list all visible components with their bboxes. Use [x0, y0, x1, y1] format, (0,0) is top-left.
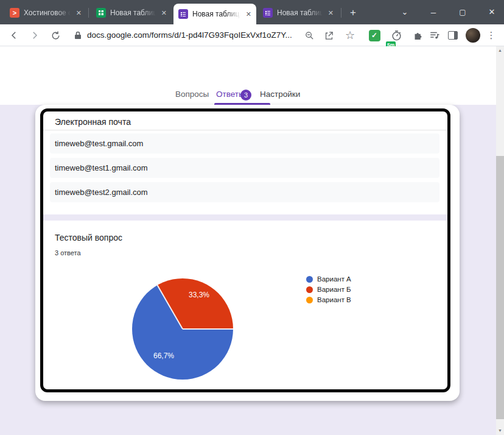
email-value: timeweb@test.gmail.com [55, 139, 143, 148]
answers-count-badge: 3 [240, 90, 251, 101]
email-row: timeweb@test.gmail.com [50, 133, 439, 154]
vertical-scrollbar[interactable]: ▲ ▼ [496, 46, 504, 435]
browser-menu-kebab-icon[interactable]: ⋮ [485, 24, 498, 46]
email-value: timeweb@test2.gmail.com [55, 188, 148, 197]
tab-title: Новая таблица [110, 9, 156, 17]
tab-hosting[interactable]: > Хостинговое о ✕ [5, 5, 86, 21]
browser-toolbar: docs.google.com/forms/d/1-pd4l7G93FqoIEx… [0, 24, 504, 46]
tab-title: Хостинговое о [24, 9, 71, 17]
tab-questions[interactable]: Вопросы [175, 90, 209, 99]
answers-count-label: 3 ответа [55, 249, 81, 256]
tab-sheets[interactable]: Новая таблица ✕ [91, 5, 172, 21]
timeweb-icon: > [10, 8, 19, 18]
card-gap [43, 214, 447, 221]
tab-search-chevron-icon[interactable]: ⌄ [393, 0, 417, 24]
share-icon[interactable] [321, 24, 336, 46]
question-title: Тестовый вопрос [55, 233, 122, 242]
refresh-icon[interactable] [47, 24, 63, 46]
scroll-up-icon[interactable]: ▲ [496, 46, 504, 55]
extension-timer-icon[interactable]: 5m [388, 24, 404, 46]
scroll-down-icon[interactable]: ▼ [496, 426, 504, 435]
close-icon[interactable]: ✕ [76, 9, 82, 17]
zoom-out-icon[interactable] [302, 24, 317, 46]
pie-slice-label-b: 33,3% [189, 291, 209, 299]
extensions-puzzle-icon[interactable] [410, 24, 425, 46]
divider [43, 130, 447, 130]
legend-label: Вариант А [317, 275, 351, 283]
email-row: timeweb@test2.gmail.com [50, 182, 439, 202]
browser-tab-bar: > Хостинговое о ✕ Новая таблица ✕ Новая … [0, 0, 504, 24]
pie-slice-label-a: 66,7% [153, 352, 174, 360]
legend-item: Вариант А [306, 275, 351, 283]
forms-header: Новая таблица ⋮ [0, 46, 496, 85]
window-maximize-button[interactable]: ▢ [450, 0, 475, 24]
tab-separator [88, 8, 89, 18]
tab-settings[interactable]: Настройки [260, 90, 300, 99]
new-tab-button[interactable]: + [345, 5, 362, 21]
email-section-title: Электронная почта [55, 117, 131, 127]
email-row: timeweb@test1.gmail.com [50, 158, 439, 178]
email-value: timeweb@test1.gmail.com [55, 163, 148, 172]
profile-avatar[interactable] [464, 24, 481, 46]
legend-label: Вариант Б [317, 286, 351, 293]
tab-title: Новая таблица [192, 10, 240, 18]
sheets-icon [96, 8, 106, 18]
pie-chart[interactable] [132, 278, 233, 380]
tab-forms-2[interactable]: Новая таблица ✕ [258, 5, 338, 21]
forms-icon [178, 9, 188, 19]
forms-icon [263, 8, 273, 18]
back-icon[interactable] [6, 24, 22, 46]
tab-forms-active[interactable]: Новая таблица ✕ [173, 4, 256, 24]
lock-icon[interactable] [72, 24, 84, 46]
tab-title: Новая таблица [277, 9, 323, 17]
window-close-button[interactable]: ✕ [480, 0, 504, 24]
scrollbar-thumb[interactable] [496, 156, 504, 419]
highlight-annotation-box: Электронная почта timeweb@test.gmail.com… [40, 108, 450, 392]
forward-icon[interactable] [27, 24, 43, 46]
window-minimize-button[interactable]: – [421, 0, 446, 24]
side-panel-icon[interactable] [446, 24, 460, 46]
extension-check-icon[interactable]: ✓ [368, 24, 381, 46]
legend-dot-c [306, 297, 313, 303]
slice-separator [157, 285, 183, 330]
close-icon[interactable]: ✕ [246, 10, 251, 18]
legend-dot-a [306, 276, 313, 283]
address-bar-url[interactable]: docs.google.com/forms/d/1-pd4l7G93FqoIEx… [87, 24, 292, 46]
legend-item: Вариант В [306, 295, 351, 304]
bookmark-star-icon[interactable]: ☆ [343, 24, 357, 46]
legend-label: Вариант В [317, 296, 351, 303]
legend-item: Вариант Б [306, 285, 351, 294]
slice-separator [183, 328, 233, 330]
tab-separator [341, 8, 341, 18]
close-icon[interactable]: ✕ [161, 9, 167, 17]
close-icon[interactable]: ✕ [328, 9, 334, 17]
media-queue-icon[interactable] [427, 24, 442, 46]
legend-dot-b [306, 286, 313, 293]
